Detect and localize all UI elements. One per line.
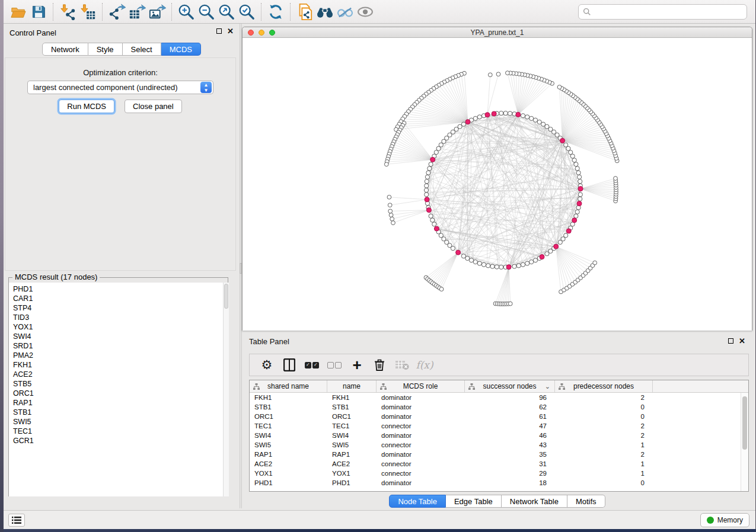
column-header-name[interactable]: name [327, 380, 377, 392]
export-network-icon[interactable] [107, 2, 127, 21]
table-cell: connector [377, 469, 465, 478]
float-table-panel-icon[interactable] [728, 338, 733, 344]
table-row[interactable]: STB1STB1dominator620 [250, 402, 748, 412]
close-panel-icon[interactable]: ✕ [227, 28, 234, 34]
list-item[interactable]: PHD1 [13, 284, 229, 294]
list-item[interactable]: TID3 [13, 313, 229, 322]
table-row[interactable]: ACE2ACE2connector311 [250, 459, 748, 469]
add-column-icon[interactable]: + [346, 356, 368, 374]
table-cell: 43 [465, 440, 555, 450]
list-item[interactable]: YOX1 [13, 322, 229, 332]
column-header-predecessor-nodes[interactable]: predecessor nodes [555, 380, 653, 392]
toolbar-separator [171, 3, 172, 21]
status-menu-button[interactable] [8, 514, 25, 527]
control-panel: Control Panel ✕ NetworkStyleSelectMCDS O… [4, 24, 240, 510]
list-item[interactable]: STB1 [13, 408, 229, 417]
run-mcds-button[interactable]: Run MCDS [59, 100, 114, 113]
tab-network[interactable]: Network [42, 43, 88, 56]
node-table[interactable]: shared namenameMCDS rolesuccessor nodes⌄… [249, 380, 749, 492]
table-panel-title: Table Panel [249, 337, 289, 346]
list-item[interactable]: SWI5 [13, 417, 229, 427]
delete-column-icon[interactable] [368, 356, 391, 374]
list-scrollbar[interactable] [223, 283, 229, 496]
tab-select[interactable]: Select [123, 43, 161, 56]
column-header-MCDS-role[interactable]: MCDS role [377, 380, 465, 392]
list-item[interactable]: PMA2 [13, 351, 229, 360]
list-item[interactable]: RAP1 [13, 398, 229, 408]
tab-node-table[interactable]: Node Table [389, 495, 446, 508]
table-row[interactable]: RAP1RAP1dominator352 [250, 450, 748, 459]
list-item[interactable]: STP4 [13, 303, 229, 313]
table-row[interactable]: PHD1PHD1dominator180 [250, 478, 748, 488]
memory-button[interactable]: Memory [700, 513, 749, 527]
list-item[interactable]: STB5 [13, 379, 229, 389]
zoom-fit-icon[interactable] [216, 2, 237, 21]
table-options-icon[interactable]: ⚙ [256, 356, 278, 374]
list-item[interactable]: SWI4 [13, 332, 229, 341]
network-column-icon [559, 383, 565, 390]
network-canvas[interactable] [243, 38, 752, 331]
close-panel-button[interactable]: Close panel [125, 100, 182, 113]
tab-motifs[interactable]: Motifs [567, 495, 605, 508]
show-view-icon[interactable] [355, 2, 375, 21]
list-item[interactable]: FKH1 [13, 360, 229, 370]
optimization-criterion-select[interactable]: largest connected component (undirected)… [27, 81, 213, 94]
open-icon[interactable] [8, 2, 28, 21]
network-graph [243, 38, 752, 331]
control-panel-tabs: NetworkStyleSelectMCDS [4, 43, 240, 56]
toolbar-separator [102, 3, 103, 21]
hide-details-icon[interactable] [335, 2, 355, 21]
zoom-selected-icon[interactable] [237, 2, 257, 21]
export-image-icon[interactable] [147, 2, 167, 21]
import-network-icon[interactable] [58, 2, 78, 21]
table-cell: PHD1 [250, 478, 327, 488]
table-row[interactable]: ORC1ORC1dominator610 [250, 412, 748, 421]
table-scrollbar[interactable] [741, 393, 748, 492]
float-panel-icon[interactable] [216, 28, 222, 34]
search-input[interactable] [594, 8, 747, 16]
import-table-icon[interactable] [78, 2, 98, 21]
list-item[interactable]: CAR1 [13, 294, 229, 303]
deselect-all-icon[interactable] [323, 356, 346, 374]
table-cell: STB1 [250, 402, 327, 412]
table-body: FKH1FKH1dominator962STB1STB1dominator620… [250, 393, 748, 488]
table-cell: connector [377, 459, 465, 469]
select-all-icon[interactable] [301, 356, 323, 374]
toolbar-separator [261, 3, 261, 21]
table-cell: 31 [465, 459, 555, 469]
optimization-selected-value: largest connected component (undirected) [28, 83, 200, 92]
column-header-successor-nodes[interactable]: successor nodes⌄ [465, 380, 555, 392]
network-window-titlebar[interactable]: YPA_prune.txt_1 [243, 27, 752, 38]
main-toolbar [4, 0, 755, 24]
column-panel-icon[interactable] [278, 356, 301, 374]
table-cell: 0 [555, 402, 653, 412]
list-item[interactable]: SRD1 [13, 341, 229, 351]
tab-mcds[interactable]: MCDS [161, 43, 201, 56]
table-row[interactable]: SWI4SWI4dominator462 [250, 431, 748, 440]
tab-style[interactable]: Style [88, 43, 123, 56]
zoom-in-icon[interactable] [176, 2, 196, 21]
duplicate-network-icon[interactable] [295, 2, 315, 21]
list-item[interactable]: TEC1 [13, 427, 229, 436]
toolbar-separator [290, 3, 291, 21]
table-row[interactable]: SWI5SWI5connector431 [250, 440, 748, 450]
list-item[interactable]: ACE2 [13, 370, 229, 379]
mcds-result-list[interactable]: PHD1CAR1STP4TID3YOX1SWI4SRD1PMA2FKH1ACE2… [9, 283, 229, 496]
refresh-icon[interactable] [266, 2, 286, 21]
save-icon[interactable] [28, 2, 49, 21]
apply-function-icon: f(x) [413, 356, 436, 374]
column-header-shared-name[interactable]: shared name [250, 380, 327, 392]
tab-network-table[interactable]: Network Table [502, 495, 567, 508]
tab-edge-table[interactable]: Edge Table [446, 495, 502, 508]
list-item[interactable]: GCR1 [13, 436, 229, 446]
memory-status-icon [707, 517, 714, 524]
export-table-icon[interactable] [127, 2, 147, 21]
table-row[interactable]: YOX1YOX1connector291 [250, 469, 748, 478]
list-item[interactable]: ORC1 [13, 389, 229, 398]
table-row[interactable]: TEC1TEC1connector472 [250, 421, 748, 431]
zoom-out-icon[interactable] [196, 2, 216, 21]
search-box[interactable] [578, 4, 747, 20]
table-row[interactable]: FKH1FKH1dominator962 [250, 393, 748, 402]
search-network-icon[interactable] [315, 2, 335, 21]
close-table-panel-icon[interactable]: ✕ [739, 338, 745, 344]
